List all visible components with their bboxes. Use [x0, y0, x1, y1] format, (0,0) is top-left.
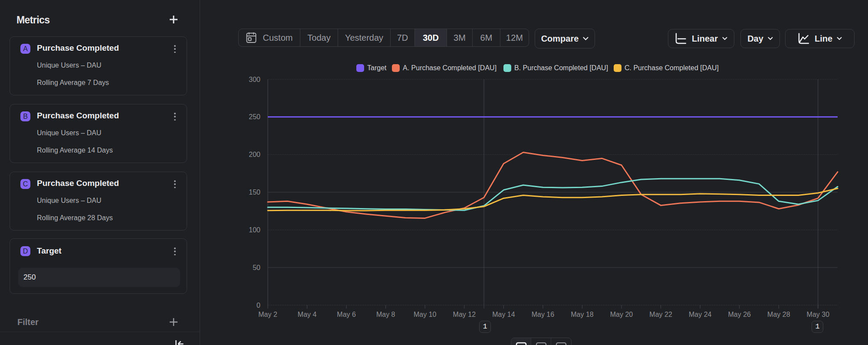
svg-text:200: 200	[249, 151, 260, 158]
svg-text:150: 150	[249, 189, 260, 196]
svg-text:May 2: May 2	[258, 311, 277, 318]
svg-text:May 16: May 16	[532, 311, 555, 318]
svg-text:50: 50	[253, 264, 260, 271]
svg-text:100: 100	[249, 226, 260, 234]
svg-text:May 8: May 8	[376, 311, 395, 318]
svg-text:May 26: May 26	[728, 311, 751, 318]
svg-text:May 10: May 10	[414, 311, 437, 318]
svg-text:300: 300	[249, 76, 260, 83]
svg-text:May 24: May 24	[689, 311, 712, 318]
svg-text:May 14: May 14	[492, 311, 515, 318]
svg-text:May 30: May 30	[807, 311, 830, 318]
svg-text:250: 250	[249, 113, 260, 120]
svg-text:May 20: May 20	[610, 311, 633, 318]
svg-text:May 4: May 4	[298, 311, 317, 318]
svg-text:May 28: May 28	[767, 311, 790, 318]
svg-text:May 6: May 6	[337, 311, 356, 318]
svg-text:0: 0	[256, 302, 260, 309]
svg-text:May 18: May 18	[571, 311, 594, 318]
svg-text:May 22: May 22	[649, 311, 672, 318]
svg-text:May 12: May 12	[453, 311, 476, 318]
